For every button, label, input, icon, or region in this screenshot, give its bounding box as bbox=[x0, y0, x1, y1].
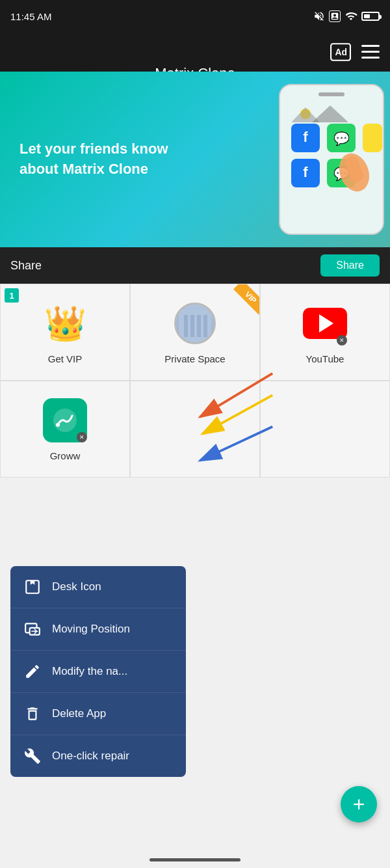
status-icons bbox=[313, 10, 380, 22]
context-menu: Desk Icon Moving Position Modify the na.… bbox=[10, 566, 186, 777]
fab-plus-icon: + bbox=[353, 793, 365, 817]
delete-icon bbox=[23, 705, 42, 723]
share-button[interactable]: Share bbox=[320, 254, 380, 277]
groww-icon-wrap: ✕ bbox=[42, 397, 88, 444]
repair-icon bbox=[23, 747, 42, 765]
fab-add-button[interactable]: + bbox=[341, 786, 377, 822]
youtube-label: YouTube bbox=[306, 353, 344, 364]
notification-badge: 1 bbox=[5, 288, 19, 303]
youtube-icon-wrap: ✕ bbox=[302, 300, 348, 347]
status-bar: 11:45 AM bbox=[0, 0, 390, 33]
x-icon bbox=[329, 10, 341, 22]
svg-text:Ad: Ad bbox=[335, 47, 346, 57]
top-nav: Matrix Clone Ad bbox=[0, 33, 390, 72]
battery-icon bbox=[361, 12, 380, 21]
svg-text:f: f bbox=[303, 164, 308, 180]
app-cell-empty1 bbox=[130, 381, 260, 478]
svg-rect-24 bbox=[197, 315, 201, 337]
groww-label: Groww bbox=[50, 450, 81, 461]
modify-name-label: Modify the na... bbox=[52, 665, 127, 678]
svg-rect-23 bbox=[190, 315, 194, 337]
svg-rect-22 bbox=[184, 315, 188, 337]
private-space-label: Private Space bbox=[164, 353, 225, 364]
menu-item-modify-name[interactable]: Modify the na... bbox=[10, 651, 186, 693]
wifi-icon bbox=[344, 10, 358, 22]
one-click-repair-label: One-click repair bbox=[52, 750, 129, 763]
home-bar bbox=[150, 858, 240, 861]
svg-rect-2 bbox=[361, 45, 380, 47]
apps-grid: 1 👑 Get VIP bbox=[0, 284, 390, 478]
mute-icon bbox=[313, 10, 325, 22]
svg-point-27 bbox=[56, 423, 60, 427]
app-cell-empty2 bbox=[260, 381, 390, 478]
phone-illustration: f 💬 f 💬 bbox=[234, 72, 390, 247]
svg-rect-3 bbox=[361, 51, 380, 53]
app-cell-groww[interactable]: ✕ Groww bbox=[0, 381, 130, 478]
menu-item-delete-app[interactable]: Delete App bbox=[10, 693, 186, 735]
svg-rect-25 bbox=[203, 315, 207, 337]
svg-rect-4 bbox=[361, 57, 380, 59]
app-cell-private-space[interactable]: Private Space bbox=[130, 284, 260, 381]
svg-rect-6 bbox=[318, 92, 344, 96]
desk-icon-label: Desk Icon bbox=[52, 580, 101, 593]
share-label: Share bbox=[10, 259, 42, 273]
banner-text: Let your friends know about Matrix Clone bbox=[0, 126, 214, 193]
menu-item-desk-icon[interactable]: Desk Icon bbox=[10, 566, 186, 608]
desk-icon-icon bbox=[23, 578, 42, 596]
app-cell-get-vip[interactable]: 1 👑 Get VIP bbox=[0, 284, 130, 381]
edit-icon bbox=[23, 662, 42, 681]
vip-ribbon bbox=[220, 284, 259, 323]
get-vip-icon: 👑 bbox=[42, 300, 88, 347]
menu-item-one-click-repair[interactable]: One-click repair bbox=[10, 735, 186, 777]
ad-icon[interactable]: Ad bbox=[330, 43, 351, 61]
svg-text:f: f bbox=[303, 129, 308, 145]
app-cell-youtube[interactable]: ✕ YouTube bbox=[260, 284, 390, 381]
delete-app-label: Delete App bbox=[52, 707, 106, 720]
menu-item-moving-position[interactable]: Moving Position bbox=[10, 608, 186, 651]
groww-close-badge: ✕ bbox=[77, 432, 87, 442]
move-icon bbox=[23, 620, 42, 638]
hamburger-menu-icon[interactable] bbox=[361, 45, 380, 59]
get-vip-label: Get VIP bbox=[48, 353, 83, 364]
share-bar: Share Share bbox=[0, 247, 390, 284]
youtube-close-badge: ✕ bbox=[337, 335, 347, 346]
private-space-icon bbox=[172, 300, 218, 347]
svg-rect-11 bbox=[363, 124, 382, 152]
nav-icons[interactable]: Ad bbox=[330, 43, 380, 61]
time: 11:45 AM bbox=[10, 11, 51, 22]
svg-text:💬: 💬 bbox=[333, 131, 350, 146]
banner: Let your friends know about Matrix Clone… bbox=[0, 72, 390, 247]
moving-position-label: Moving Position bbox=[52, 623, 130, 636]
